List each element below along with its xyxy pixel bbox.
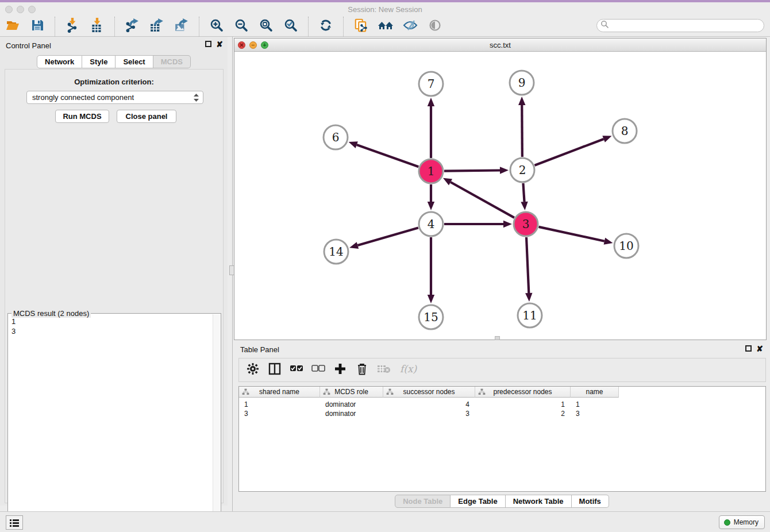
graph-edge-2-9[interactable] xyxy=(518,97,525,157)
graph-node-15[interactable]: 15 xyxy=(419,305,443,329)
table-cell: 1 xyxy=(571,400,619,409)
graph-node-9[interactable]: 9 xyxy=(510,71,534,95)
close-panel-button[interactable]: Close panel xyxy=(117,110,176,123)
table-cell: 2 xyxy=(475,409,571,418)
delete-column-icon xyxy=(356,363,368,377)
mcds-result-scrollbar[interactable] xyxy=(213,314,220,530)
graph-node-7[interactable]: 7 xyxy=(419,72,443,96)
search-icon xyxy=(600,20,609,31)
optimization-criterion-select[interactable]: strongly connected component xyxy=(26,91,203,104)
column-header-predecessor-nodes[interactable]: predecessor nodes xyxy=(475,387,571,398)
zoom-fit-button[interactable] xyxy=(258,18,274,35)
graph-node-label: 4 xyxy=(428,217,435,231)
toggle-panel-columns-button[interactable] xyxy=(268,363,282,377)
graph-edge-1-6[interactable] xyxy=(349,141,419,167)
function-builder-button: f(x) xyxy=(399,363,418,377)
table-tabs: Node TableEdge TableNetwork TableMotifs xyxy=(234,495,770,508)
tab-motifs[interactable]: Motifs xyxy=(572,495,609,508)
graph-edge-3-10[interactable] xyxy=(538,227,613,245)
column-header-successor-nodes[interactable]: successor nodes xyxy=(383,387,475,398)
table-cell: 1 xyxy=(239,400,320,409)
save-session-button[interactable] xyxy=(29,18,45,35)
delete-column-button[interactable] xyxy=(355,363,369,377)
column-header-shared-name[interactable]: shared name xyxy=(239,387,320,398)
eye-gray-button[interactable] xyxy=(427,18,443,35)
mcds-result-text[interactable]: 13 xyxy=(9,317,212,530)
graph-node-4[interactable]: 4 xyxy=(419,212,443,236)
clone-network-button[interactable] xyxy=(353,18,369,35)
graph-node-label: 6 xyxy=(332,130,340,144)
float-table-panel-icon[interactable] xyxy=(745,345,752,352)
float-panel-icon[interactable] xyxy=(205,41,211,47)
graph-node-label: 8 xyxy=(621,124,629,138)
graph-edge-3-1[interactable] xyxy=(443,178,514,218)
graph-edge-2-3[interactable] xyxy=(521,183,528,210)
search-box[interactable] xyxy=(596,19,764,32)
column-header-name[interactable]: name xyxy=(571,387,619,398)
graph-node-6[interactable]: 6 xyxy=(324,125,348,149)
export-network-button[interactable] xyxy=(124,18,140,35)
graph-node-11[interactable]: 11 xyxy=(518,303,542,327)
table-row[interactable]: 1dominator411 xyxy=(239,400,619,409)
tab-mcds[interactable]: MCDS xyxy=(153,55,191,68)
table-cell: 3 xyxy=(571,409,619,418)
graph-edge-1-2[interactable] xyxy=(444,167,509,174)
graph-edge-1-4[interactable] xyxy=(428,184,434,210)
export-table-button[interactable] xyxy=(149,18,165,35)
eye-slash-button[interactable] xyxy=(402,18,418,35)
optimization-criterion-label: Optimization criterion: xyxy=(5,78,223,86)
close-panel-icon[interactable]: ✘ xyxy=(216,41,223,48)
add-column-button[interactable] xyxy=(333,363,347,377)
table-row[interactable]: 3dominator323 xyxy=(239,409,619,418)
horizontal-splitter-handle[interactable] xyxy=(495,336,500,340)
graph-node-8[interactable]: 8 xyxy=(613,119,637,143)
graph-node-10[interactable]: 10 xyxy=(614,234,638,258)
import-table-button[interactable] xyxy=(89,18,105,35)
zoom-in-icon xyxy=(210,18,224,34)
open-session-button[interactable] xyxy=(5,18,21,35)
tab-style[interactable]: Style xyxy=(82,55,116,68)
export-image-button[interactable] xyxy=(174,18,190,35)
graph-node-2[interactable]: 2 xyxy=(510,158,534,182)
memory-button[interactable]: Memory xyxy=(719,515,765,529)
search-input[interactable] xyxy=(609,21,764,31)
import-network-button[interactable] xyxy=(64,18,80,35)
tab-network-table[interactable]: Network Table xyxy=(506,495,572,508)
select-all-rows-button[interactable] xyxy=(290,363,303,377)
settings-gear-button[interactable] xyxy=(246,363,260,377)
tab-edge-table[interactable]: Edge Table xyxy=(451,495,505,508)
graph-node-label: 1 xyxy=(428,164,435,178)
graph-edge-3-11[interactable] xyxy=(525,237,532,302)
zoom-in-button[interactable] xyxy=(209,18,225,35)
tab-network[interactable]: Network xyxy=(37,55,82,68)
houses-button[interactable] xyxy=(378,18,394,35)
export-table-icon xyxy=(149,18,164,35)
deselect-all-rows-button[interactable] xyxy=(311,363,325,377)
graph-node-1[interactable]: 1 xyxy=(419,159,443,183)
graph-node-14[interactable]: 14 xyxy=(324,240,348,264)
zoom-out-button[interactable] xyxy=(233,18,249,35)
graph-edge-4-14[interactable] xyxy=(349,228,418,249)
refresh-layout-button[interactable] xyxy=(318,18,334,35)
network-canvas[interactable]: 1234678910111415 xyxy=(234,52,766,340)
task-history-button[interactable] xyxy=(6,515,23,530)
network-window-titlebar: ✕ − + scc.txt xyxy=(234,38,766,52)
hierarchy-icon xyxy=(386,388,394,398)
graph-edge-4-3[interactable] xyxy=(444,221,512,228)
zoom-selected-button[interactable] xyxy=(283,18,299,35)
tab-select[interactable]: Select xyxy=(116,55,153,68)
control-panel: Control Panel ✘ NetworkStyleSelectMCDS O… xyxy=(0,37,228,506)
graph-edge-2-8[interactable] xyxy=(534,136,611,165)
tab-node-table[interactable]: Node Table xyxy=(395,495,451,508)
memory-label: Memory xyxy=(734,518,759,526)
graph-node-3[interactable]: 3 xyxy=(514,212,538,236)
column-header-MCDS-role[interactable]: MCDS role xyxy=(320,387,383,398)
run-mcds-button[interactable]: Run MCDS xyxy=(55,110,109,123)
graph-edge-4-15[interactable] xyxy=(428,237,434,303)
close-table-panel-icon[interactable]: ✘ xyxy=(756,345,763,353)
delete-table-button xyxy=(377,363,391,377)
hierarchy-icon xyxy=(323,388,330,398)
toolbar-separator xyxy=(114,17,115,36)
graph-edge-1-7[interactable] xyxy=(428,98,434,158)
delete-table-icon xyxy=(377,364,391,376)
